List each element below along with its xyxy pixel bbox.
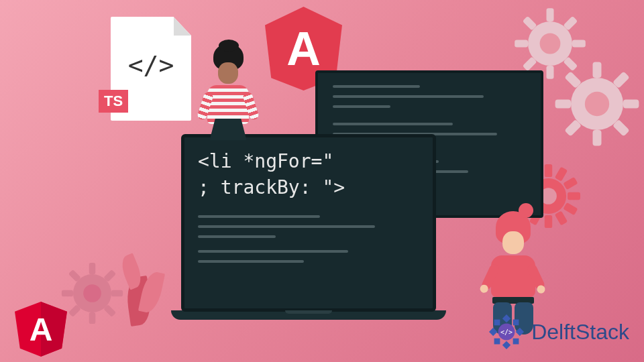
svg-rect-13 (555, 100, 571, 109)
svg-rect-35 (555, 167, 568, 182)
svg-rect-4 (572, 40, 586, 48)
plant-decoration (121, 231, 168, 325)
delftstack-logo-icon: </> (486, 311, 527, 353)
svg-rect-11 (593, 62, 602, 78)
code-line-2: ; trackBy: "> (198, 176, 345, 198)
svg-rect-31 (545, 164, 552, 177)
gear-icon (553, 60, 641, 147)
angular-badge-letter: A (30, 311, 53, 348)
svg-rect-23 (62, 290, 73, 297)
svg-rect-1 (547, 8, 554, 21)
svg-rect-3 (515, 40, 528, 48)
code-line-1: <li *ngFor=" (198, 150, 333, 172)
svg-rect-37 (563, 177, 578, 190)
svg-text:</>: </> (500, 328, 513, 336)
svg-rect-14 (623, 100, 639, 109)
svg-rect-12 (593, 130, 602, 145)
ts-badge: TS (99, 90, 128, 113)
gear-icon (60, 261, 124, 325)
svg-point-19 (585, 92, 609, 116)
typescript-file-icon: </> TS (111, 17, 191, 121)
svg-rect-34 (568, 192, 580, 200)
delftstack-brand: </> DelftStack (486, 311, 629, 353)
angular-logo-icon: A (15, 302, 67, 357)
svg-rect-22 (89, 312, 96, 324)
svg-rect-2 (547, 66, 554, 79)
angular-letter: A (286, 22, 321, 76)
main-laptop: <li *ngFor=" ; trackBy: "> (171, 134, 446, 339)
svg-point-29 (83, 284, 101, 302)
svg-point-9 (540, 34, 561, 54)
brand-name: DelftStack (531, 320, 629, 345)
code-bracket-text: </> (111, 50, 191, 80)
svg-rect-42 (563, 202, 578, 215)
svg-rect-21 (89, 263, 96, 274)
